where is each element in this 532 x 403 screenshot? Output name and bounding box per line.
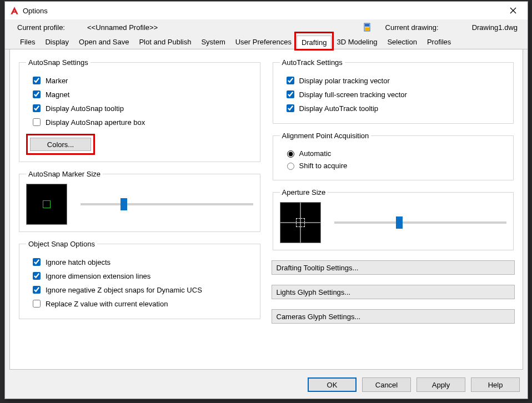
tab-profiles[interactable]: Profiles [422, 35, 456, 49]
tab-system[interactable]: System [196, 35, 230, 49]
autotrack-tooltip-checkbox[interactable] [287, 104, 294, 112]
ignore-hatch-row[interactable]: Ignore hatch objects [31, 256, 253, 268]
options-dialog: Options Current profile: <<Unnamed Profi… [4, 1, 528, 399]
aperture-box-checkbox[interactable] [33, 118, 41, 126]
replace-z-row[interactable]: Replace Z value with current elevation [31, 298, 253, 309]
close-button[interactable] [501, 2, 525, 19]
aperture-size-legend: Aperture Size [280, 188, 328, 197]
polar-tracking-row[interactable]: Display polar tracking vector [284, 75, 507, 86]
marker-checkbox[interactable] [33, 77, 41, 84]
shift-acquire-label: Shift to acquire [299, 162, 348, 170]
autosnap-marker-size-group: AutoSnap Marker Size [19, 170, 260, 232]
annotation-highlight-colors: Colors... [26, 134, 95, 155]
fullscreen-tracking-label: Display full-screen tracking vector [299, 90, 407, 99]
footer-buttons: OK Cancel Apply Help [5, 374, 528, 399]
apply-button[interactable]: Apply [416, 377, 465, 392]
ok-button[interactable]: OK [308, 377, 357, 392]
automatic-radio-row[interactable]: Automatic [284, 149, 507, 158]
left-column: AutoSnap Settings Marker Magnet Display … [18, 58, 262, 360]
shift-acquire-radio[interactable] [287, 163, 294, 170]
ignore-dimension-checkbox[interactable] [33, 272, 41, 280]
colors-button-label: Colors... [47, 140, 74, 149]
tab-plot-publish[interactable]: Plot and Publish [134, 35, 196, 49]
alignment-point-group: Alignment Point Acquisition Automatic Sh… [273, 132, 514, 180]
help-label: Help [488, 381, 503, 389]
cameras-glyph-settings-label: Cameras Glyph Settings... [277, 313, 361, 321]
autocad-icon [9, 6, 19, 16]
fullscreen-tracking-row[interactable]: Display full-screen tracking vector [284, 89, 507, 100]
aperture-size-slider[interactable] [334, 221, 507, 224]
ignore-dimension-row[interactable]: Ignore dimension extension lines [31, 270, 253, 281]
aperture-box-checkbox-row[interactable]: Display AutoSnap aperture box [31, 117, 253, 128]
autosnap-tooltip-label: Display AutoSnap tooltip [46, 104, 124, 113]
aperture-size-thumb[interactable] [396, 216, 403, 229]
ignore-negz-row[interactable]: Ignore negative Z object snaps for Dynam… [31, 284, 253, 295]
ignore-hatch-checkbox[interactable] [33, 258, 41, 266]
ok-label: OK [327, 381, 338, 389]
magnet-checkbox-row[interactable]: Magnet [31, 89, 253, 100]
fullscreen-tracking-checkbox[interactable] [287, 90, 294, 98]
autotrack-settings-group: AutoTrack Settings Display polar trackin… [273, 58, 514, 124]
autosnap-tooltip-checkbox[interactable] [33, 104, 41, 112]
cameras-glyph-settings-button[interactable]: Cameras Glyph Settings... [272, 309, 515, 324]
right-column: AutoTrack Settings Display polar trackin… [272, 58, 515, 360]
tab-open-save[interactable]: Open and Save [74, 35, 134, 49]
tab-files[interactable]: Files [15, 35, 40, 49]
drafting-panel: AutoSnap Settings Marker Magnet Display … [9, 49, 523, 370]
marker-size-legend: AutoSnap Marker Size [26, 170, 103, 178]
tab-display[interactable]: Display [40, 35, 74, 49]
marker-size-thumb[interactable] [121, 198, 127, 210]
marker-square-icon [43, 200, 51, 208]
polar-tracking-label: Display polar tracking vector [299, 77, 390, 85]
object-snap-options-group: Object Snap Options Ignore hatch objects… [19, 240, 260, 319]
ignore-dimension-label: Ignore dimension extension lines [46, 272, 150, 280]
colors-button[interactable]: Colors... [30, 138, 91, 151]
ignore-negz-label: Ignore negative Z object snaps for Dynam… [46, 286, 202, 294]
aperture-box-icon [296, 218, 305, 227]
shift-acquire-radio-row[interactable]: Shift to acquire [284, 161, 507, 170]
close-icon [510, 7, 516, 14]
polar-tracking-checkbox[interactable] [287, 77, 294, 84]
cancel-label: Cancel [375, 381, 398, 389]
current-profile-value: <<Unnamed Profile>> [87, 23, 158, 32]
drawing-file-icon [363, 23, 372, 32]
automatic-radio[interactable] [287, 150, 294, 158]
autosnap-tooltip-checkbox-row[interactable]: Display AutoSnap tooltip [31, 103, 253, 114]
current-profile-label: Current profile: [17, 23, 65, 32]
magnet-checkbox[interactable] [33, 90, 41, 98]
tab-drafting[interactable]: Drafting [297, 36, 332, 49]
aperture-size-group: Aperture Size [273, 188, 514, 250]
marker-size-slider[interactable] [81, 203, 253, 205]
magnet-label: Magnet [46, 90, 69, 99]
current-drawing-value: Drawing1.dwg [472, 23, 518, 32]
ignore-negz-checkbox[interactable] [33, 286, 41, 294]
autosnap-settings-group: AutoSnap Settings Marker Magnet Display … [19, 58, 260, 162]
drafting-tooltip-settings-button[interactable]: Drafting Tooltip Settings... [272, 260, 515, 275]
marker-checkbox-row[interactable]: Marker [31, 75, 253, 86]
tab-user-preferences[interactable]: User Preferences [230, 35, 297, 49]
alignment-legend: Alignment Point Acquisition [280, 132, 372, 140]
marker-size-preview [26, 184, 67, 225]
profile-bar: Current profile: <<Unnamed Profile>> Cur… [5, 19, 528, 35]
object-snap-legend: Object Snap Options [26, 240, 97, 248]
autotrack-tooltip-row[interactable]: Display AutoTrack tooltip [284, 103, 507, 114]
autotrack-tooltip-label: Display AutoTrack tooltip [299, 104, 379, 113]
dialog-title: Options [23, 7, 48, 15]
apply-label: Apply [432, 381, 450, 389]
lights-glyph-settings-label: Lights Glyph Settings... [277, 288, 351, 296]
tab-selection[interactable]: Selection [382, 35, 421, 49]
cancel-button[interactable]: Cancel [362, 377, 411, 392]
aperture-preview [280, 202, 321, 243]
autotrack-legend: AutoTrack Settings [280, 58, 345, 67]
lights-glyph-settings-button[interactable]: Lights Glyph Settings... [272, 285, 515, 299]
drafting-tooltip-settings-label: Drafting Tooltip Settings... [277, 264, 359, 272]
automatic-label: Automatic [299, 149, 332, 158]
svg-rect-2 [365, 24, 369, 27]
help-button[interactable]: Help [471, 377, 520, 392]
autosnap-legend: AutoSnap Settings [26, 58, 91, 67]
tabstrip: Files Display Open and Save Plot and Pub… [5, 35, 528, 49]
tab-3d-modeling[interactable]: 3D Modeling [332, 35, 382, 49]
marker-label: Marker [46, 77, 68, 85]
ignore-hatch-label: Ignore hatch objects [46, 258, 111, 266]
replace-z-checkbox[interactable] [33, 300, 41, 308]
